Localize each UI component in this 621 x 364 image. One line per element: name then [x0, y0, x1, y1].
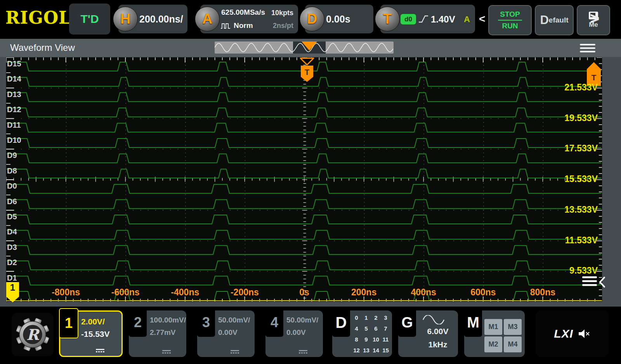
digital-channel-number-15: 15 — [382, 347, 389, 354]
acquisition-knob[interactable]: A — [195, 7, 220, 31]
speaker-muted-icon — [578, 328, 590, 339]
channel-1-scale: 2.00V/ — [81, 317, 105, 326]
digital-channel-number-3: 3 — [384, 314, 387, 321]
channel-2-scale: 100.00mV/ — [150, 316, 186, 324]
math-tile[interactable]: M M1M3M2M4 — [464, 310, 525, 357]
svg-text:T: T — [305, 68, 309, 76]
stop-run-button[interactable]: STOP RUN — [488, 5, 532, 35]
digital-trace-D9 — [7, 154, 601, 163]
digital-trace-D13 — [7, 93, 601, 102]
default-rest: efault — [549, 16, 569, 24]
digital-trace-D3 — [7, 246, 601, 255]
rigol-gear-button[interactable]: R — [12, 313, 54, 356]
channel-4-number: 4 — [265, 308, 283, 337]
svg-text:T: T — [592, 73, 597, 82]
digital-trace-D4 — [7, 230, 601, 239]
generator-tile[interactable]: G 6.00V 1kHz — [398, 310, 458, 357]
delay-value: 0.00s — [326, 14, 350, 25]
digital-trace-D10 — [7, 139, 601, 147]
pulse-icon — [220, 23, 231, 29]
channel-1-number: 1 — [59, 308, 78, 338]
digital-channel-number-2: 2 — [374, 314, 377, 321]
digital-tile-letter: D — [332, 308, 350, 337]
digital-trace-D12 — [7, 108, 601, 117]
bottom-channel-bar: R 12.00V/-15.53V2100.00mV/2.77mV350.00mV… — [0, 307, 621, 364]
channel-1-tile[interactable]: 12.00V/-15.53V — [59, 310, 123, 357]
stop-run-divider — [498, 20, 522, 21]
channel-3-offset: 0.00V — [218, 328, 238, 337]
trigger-knob[interactable]: T — [375, 7, 400, 31]
lxi-status-tile[interactable]: LXI — [536, 310, 609, 357]
dc-coupling-icon — [96, 349, 104, 352]
memory-preview-strip[interactable] — [215, 42, 394, 54]
sample-resolution: 2ns/pt — [273, 22, 293, 30]
trigger-level: 1.40V — [431, 14, 455, 25]
channel-1-offset: -15.53V — [81, 329, 110, 339]
digital-trace-D6 — [7, 200, 601, 209]
dc-coupling-icon — [231, 350, 239, 354]
memory-depth: 10kpts — [271, 9, 293, 17]
channel-2-number: 2 — [129, 308, 147, 337]
dc-coupling-icon — [162, 350, 171, 354]
generator-tile-letter: G — [398, 308, 416, 337]
digital-trace-D0 — [7, 184, 601, 193]
top-status-bar: RIGOL T'D 200.00ns/ H 625.00MSa/s 10kpts… — [0, 0, 621, 39]
math-button-m3[interactable]: M3 — [504, 319, 522, 335]
trigger-status-tile[interactable]: T'D — [69, 3, 110, 35]
math-button-m4[interactable]: M4 — [504, 336, 522, 352]
digital-channel-number-4: 4 — [355, 325, 358, 332]
generator-amplitude: 6.00V — [418, 327, 458, 336]
horizontal-knob[interactable]: H — [113, 7, 138, 31]
rising-edge-icon — [418, 14, 428, 24]
digital-channel-number-8: 8 — [355, 336, 358, 343]
acquisition-mode: Norm — [234, 21, 253, 30]
waveform-view-title: Waveform View — [10, 42, 75, 53]
dc-coupling-icon — [299, 350, 307, 354]
digital-channels-tile[interactable]: D 0123456789101112131415 — [332, 310, 392, 357]
channel-4-offset: 0.00V — [286, 328, 306, 337]
digital-channel-number-5: 5 — [364, 325, 368, 332]
svg-text:R: R — [26, 326, 40, 343]
channel-4-tile[interactable]: 450.00mV/0.00V — [265, 310, 323, 357]
channel-2-tile[interactable]: 2100.00mV/2.77mV — [129, 310, 186, 357]
digital-channel-number-0: 0 — [355, 314, 358, 321]
sine-icon — [422, 315, 445, 324]
math-tile-letter: M — [464, 308, 482, 337]
digital-trace-D2 — [7, 261, 601, 270]
digital-trace-D11 — [7, 123, 601, 132]
digital-grid: 0123456789101112131415 — [352, 312, 390, 355]
horizontal-scale-value: 200.00ns/ — [139, 14, 183, 25]
digital-trace-D8 — [7, 169, 601, 178]
lxi-label: LXI — [554, 327, 573, 340]
run-label: RUN — [502, 22, 518, 30]
nav-left-chevron-icon[interactable]: < — [479, 13, 485, 25]
digital-channel-number-14: 14 — [373, 347, 379, 354]
math-button-m2[interactable]: M2 — [484, 336, 502, 352]
delay-knob[interactable]: D — [300, 7, 324, 31]
waveform-plot-area[interactable]: TT — [6, 57, 602, 302]
default-initial: D — [540, 13, 548, 27]
rigol-logo: RIGOL — [5, 8, 71, 28]
math-button-m1[interactable]: M1 — [484, 319, 502, 335]
digital-trace-D1 — [7, 276, 601, 285]
channel-4-scale: 50.00mV/ — [286, 316, 318, 324]
trigger-position-arrow — [300, 58, 314, 65]
gear-r-icon: R — [15, 317, 50, 352]
channel-3-scale: 50.00mV/ — [218, 316, 250, 324]
hamburger-menu-icon[interactable] — [580, 44, 595, 52]
channel-3-number: 3 — [197, 308, 215, 337]
default-button[interactable]: Default — [535, 5, 574, 35]
trigger-sweep-mode: A — [464, 14, 470, 24]
oscilloscope-screen: RIGOL T'D 200.00ns/ H 625.00MSa/s 10kpts… — [0, 0, 621, 364]
trigger-source-badge: d0 — [401, 14, 416, 24]
digital-channel-number-7: 7 — [384, 325, 387, 332]
waveform-section: Waveform View TT D15D14D13D12D11D10D9D8D… — [0, 39, 621, 307]
digital-trace-D5 — [7, 215, 601, 224]
math-buttons-grid: M1M3M2M4 — [484, 319, 522, 352]
channel-3-tile[interactable]: 350.00mV/0.00V — [197, 310, 255, 357]
digital-channel-number-12: 12 — [353, 347, 360, 354]
generator-frequency: 1kHz — [418, 340, 458, 349]
digital-channel-number-1: 1 — [364, 314, 368, 321]
nav-right-chevron-icon[interactable]: > — [590, 9, 600, 28]
channel-2-offset: 2.77mV — [150, 328, 176, 337]
